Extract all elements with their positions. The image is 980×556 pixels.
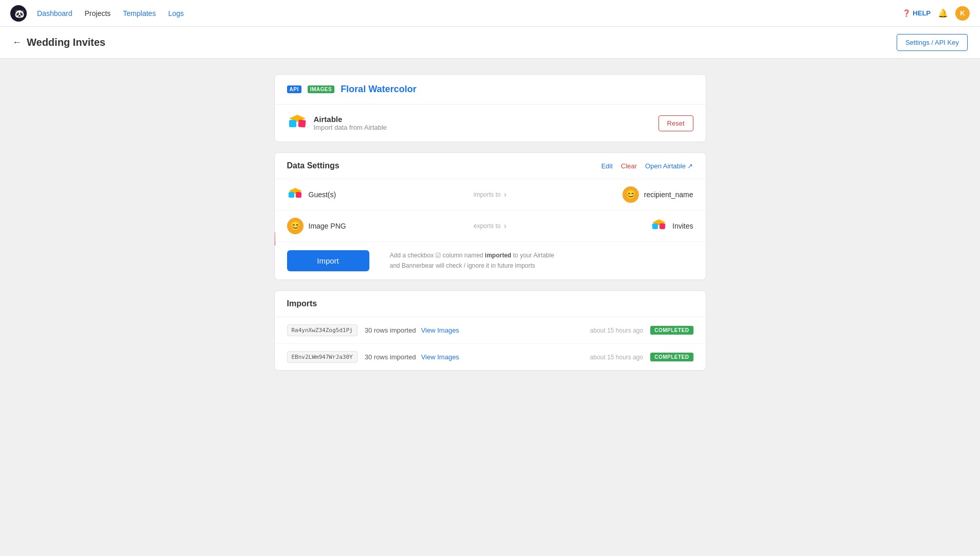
page-title: ← Wedding Invites [12, 37, 105, 48]
image-png-icon: 😊 [287, 218, 304, 234]
mapping-center-image: exports to › [422, 221, 558, 231]
import-count-1: 30 rows imported [365, 326, 416, 334]
imports-to-label: imports to [473, 191, 501, 198]
data-settings-card: Data Settings Edit Clear Open Airtable ↗ [274, 152, 706, 280]
notifications-icon[interactable]: 🔔 [938, 8, 948, 18]
import-hint: Add a checkbox ☑ column named imported t… [390, 251, 555, 270]
imports-header: Imports [275, 291, 706, 317]
template-name: Floral Watercolor [341, 84, 416, 95]
import-item-2: EBnv2LWm947WrJa30Y 30 rows imported View… [275, 344, 706, 370]
main-content: API IMAGES Floral Watercolor Airtable [259, 59, 722, 386]
open-airtable-link[interactable]: Open Airtable ↗ [645, 162, 693, 170]
navbar: 🐼 Dashboard Projects Templates Logs ❓ HE… [0, 0, 980, 27]
data-settings-header: Data Settings Edit Clear Open Airtable ↗ [275, 153, 706, 179]
mapping-row-guests: Guest(s) imports to › 😊 recipient_name [275, 179, 706, 211]
airtable-info: Airtable Import data from Airtable [287, 113, 387, 133]
import-count-2: 30 rows imported [365, 353, 416, 361]
images-badge: IMAGES [308, 85, 334, 93]
mapping-right-guests: 😊 recipient_name [558, 186, 693, 203]
nav-templates[interactable]: Templates [123, 7, 156, 20]
template-header: API IMAGES Floral Watercolor [275, 75, 706, 105]
mapping-left-image: 😊 Image PNG [287, 218, 422, 234]
back-arrow-icon[interactable]: ← [12, 37, 22, 48]
arrow-icon-image: › [504, 221, 506, 231]
arrow-icon-guests: › [504, 190, 506, 199]
exports-to-label: exports to [473, 222, 501, 230]
data-settings-actions: Edit Clear Open Airtable ↗ [601, 162, 693, 170]
svg-text:🐼: 🐼 [14, 9, 25, 19]
reset-button[interactable]: Reset [658, 115, 693, 131]
import-time-1: about 15 hours ago [590, 327, 643, 334]
import-id-1: Ra4ynXwZ34Zog5d1Pj [287, 324, 358, 336]
nav-right: ❓ HELP 🔔 K [902, 6, 970, 21]
status-badge-1: COMPLETED [650, 326, 693, 335]
import-row: Import Add a checkbox ☑ column named imp… [275, 242, 706, 280]
clear-link[interactable]: Clear [621, 162, 637, 170]
import-button[interactable]: Import [287, 250, 369, 271]
recipient-label: recipient_name [644, 190, 693, 199]
mapping-left-guests: Guest(s) [287, 186, 422, 203]
edit-link[interactable]: Edit [601, 162, 613, 170]
imports-card: Imports Ra4ynXwZ34Zog5d1Pj 30 rows impor… [274, 290, 706, 371]
image-png-label: Image PNG [309, 222, 346, 230]
import-item-1: Ra4ynXwZ34Zog5d1Pj 30 rows imported View… [275, 317, 706, 344]
mapping-right-image: Invites [558, 218, 693, 234]
svg-rect-5 [298, 119, 306, 127]
svg-rect-13 [660, 223, 666, 230]
help-icon: ❓ [902, 9, 911, 17]
settings-api-key-button[interactable]: Settings / API Key [897, 34, 968, 51]
page-header: ← Wedding Invites Settings / API Key [0, 27, 980, 59]
airtable-row: Airtable Import data from Airtable Reset [275, 105, 706, 142]
data-settings-title: Data Settings [287, 161, 340, 170]
import-time-2: about 15 hours ago [590, 354, 643, 361]
svg-rect-8 [289, 192, 294, 198]
view-images-link-1[interactable]: View Images [421, 326, 459, 334]
airtable-logo [287, 113, 308, 133]
svg-rect-12 [652, 223, 658, 229]
view-images-link-2[interactable]: View Images [421, 353, 459, 361]
template-card: API IMAGES Floral Watercolor Airtable [274, 74, 706, 142]
avatar[interactable]: K [955, 6, 970, 21]
mapping-center-guests: imports to › [422, 190, 558, 199]
import-id-2: EBnv2LWm947WrJa30Y [287, 351, 358, 363]
svg-rect-9 [295, 192, 301, 198]
help-link[interactable]: ❓ HELP [902, 9, 931, 17]
status-badge-2: COMPLETED [650, 353, 693, 361]
imports-title: Imports [287, 299, 317, 308]
svg-rect-4 [289, 120, 296, 127]
nav-logs[interactable]: Logs [168, 7, 184, 20]
api-badge: API [287, 85, 301, 93]
invites-label: Invites [672, 222, 693, 230]
guest-label: Guest(s) [309, 190, 336, 199]
mapping-row-image: 😊 Image PNG exports to › Invites [275, 211, 706, 242]
airtable-icon-invites [651, 218, 667, 234]
nav-projects[interactable]: Projects [85, 7, 111, 20]
airtable-text: Airtable Import data from Airtable [314, 115, 387, 131]
logo[interactable]: 🐼 [10, 5, 27, 22]
recipient-icon: 😊 [622, 186, 639, 203]
airtable-icon-guests [287, 186, 304, 203]
nav-dashboard[interactable]: Dashboard [37, 7, 73, 20]
nav-links: Dashboard Projects Templates Logs [37, 7, 902, 20]
